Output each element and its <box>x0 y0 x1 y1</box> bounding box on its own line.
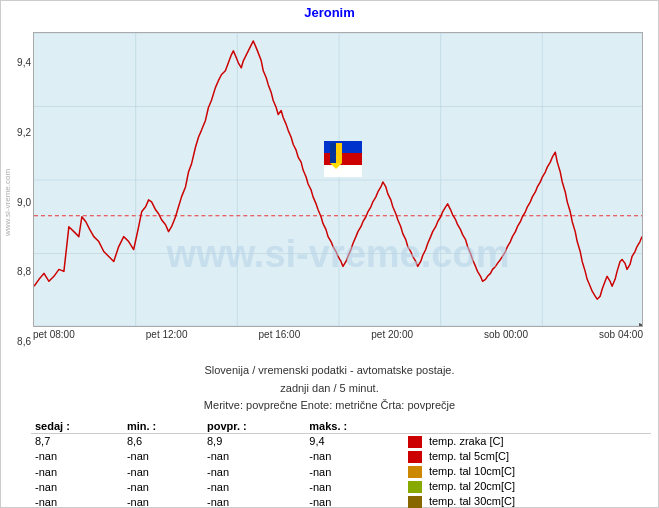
y-label-0: 9,4 <box>5 57 31 68</box>
chart-area: www.si-vreme.com <box>33 32 643 327</box>
color-swatch-3 <box>408 481 422 493</box>
x-label-1: pet 12:00 <box>146 329 188 340</box>
legend-item-3: temp. tal 20cm[C] <box>404 479 651 494</box>
y-axis-labels: 9,4 9,2 9,0 8,8 8,6 <box>5 57 31 347</box>
col-header-name <box>404 419 651 434</box>
chart-title: Jeronim <box>1 1 658 22</box>
svg-rect-14 <box>324 165 362 177</box>
subtitle-area: Slovenija / vremenski podatki - avtomats… <box>1 362 658 415</box>
color-swatch-2 <box>408 466 422 478</box>
y-label-1: 9,2 <box>5 127 31 138</box>
table-row: 8,7 8,6 8,9 9,4 temp. zraka [C] <box>31 433 651 449</box>
color-swatch-4 <box>408 496 422 508</box>
col-header-sedaj: sedaj : <box>31 419 123 434</box>
min-4: -nan <box>123 494 203 508</box>
legend-item-0: temp. zraka [C] <box>404 433 651 449</box>
x-label-5: sob 04:00 <box>599 329 643 340</box>
povpr-1: -nan <box>203 449 305 464</box>
subtitle-line-2: zadnji dan / 5 minut. <box>1 380 658 398</box>
sedaj-2: -nan <box>31 464 123 479</box>
min-0: 8,6 <box>123 433 203 449</box>
min-3: -nan <box>123 479 203 494</box>
sedaj-3: -nan <box>31 479 123 494</box>
color-swatch-0 <box>408 436 422 448</box>
povpr-0: 8,9 <box>203 433 305 449</box>
x-label-0: pet 08:00 <box>33 329 75 340</box>
svg-marker-16 <box>330 143 336 163</box>
legend-label-1: temp. tal 5cm[C] <box>429 450 509 462</box>
sedaj-4: -nan <box>31 494 123 508</box>
y-label-3: 8,8 <box>5 266 31 277</box>
povpr-4: -nan <box>203 494 305 508</box>
chart-svg <box>34 33 642 326</box>
svg-rect-12 <box>324 141 362 153</box>
y-label-4: 8,6 <box>5 336 31 347</box>
maks-4: -nan <box>305 494 403 508</box>
table-row: -nan -nan -nan -nan temp. tal 10cm[C] <box>31 464 651 479</box>
color-swatch-1 <box>408 451 422 463</box>
chart-wrapper: www.si-vreme.com 9,4 9,2 9,0 8,8 8,6 www… <box>1 22 659 362</box>
table-row: -nan -nan -nan -nan temp. tal 5cm[C] <box>31 449 651 464</box>
svg-marker-17 <box>336 143 342 163</box>
y-label-2: 9,0 <box>5 197 31 208</box>
legend-label-2: temp. tal 10cm[C] <box>429 465 515 477</box>
legend-item-2: temp. tal 10cm[C] <box>404 464 651 479</box>
table-row: -nan -nan -nan -nan temp. tal 20cm[C] <box>31 479 651 494</box>
x-label-3: pet 20:00 <box>371 329 413 340</box>
sedaj-1: -nan <box>31 449 123 464</box>
legend-label-3: temp. tal 20cm[C] <box>429 480 515 492</box>
x-label-4: sob 00:00 <box>484 329 528 340</box>
maks-3: -nan <box>305 479 403 494</box>
x-axis-labels: pet 08:00 pet 12:00 pet 16:00 pet 20:00 … <box>33 329 643 340</box>
legend-item-1: temp. tal 5cm[C] <box>404 449 651 464</box>
legend-label-0: temp. zraka [C] <box>429 435 504 447</box>
maks-1: -nan <box>305 449 403 464</box>
col-header-maks: maks. : <box>305 419 403 434</box>
flag-icon <box>324 141 362 177</box>
table-row: -nan -nan -nan -nan temp. tal 30cm[C] <box>31 494 651 508</box>
min-2: -nan <box>123 464 203 479</box>
sedaj-0: 8,7 <box>31 433 123 449</box>
maks-0: 9,4 <box>305 433 403 449</box>
svg-marker-11 <box>639 323 642 326</box>
x-label-2: pet 16:00 <box>259 329 301 340</box>
legend-table: sedaj : min. : povpr. : maks. : 8,7 8,6 … <box>31 419 651 508</box>
legend-item-4: temp. tal 30cm[C] <box>404 494 651 508</box>
povpr-2: -nan <box>203 464 305 479</box>
povpr-3: -nan <box>203 479 305 494</box>
min-1: -nan <box>123 449 203 464</box>
subtitle-line-1: Slovenija / vremenski podatki - avtomats… <box>1 362 658 380</box>
main-container: Jeronim www.si-vreme.com 9,4 9,2 9,0 8,8… <box>0 0 659 508</box>
subtitle-line-3: Meritve: povprečne Enote: metrične Črta:… <box>1 397 658 415</box>
legend-label-4: temp. tal 30cm[C] <box>429 495 515 507</box>
col-header-min: min. : <box>123 419 203 434</box>
svg-rect-13 <box>324 153 362 165</box>
maks-2: -nan <box>305 464 403 479</box>
col-header-povpr: povpr. : <box>203 419 305 434</box>
